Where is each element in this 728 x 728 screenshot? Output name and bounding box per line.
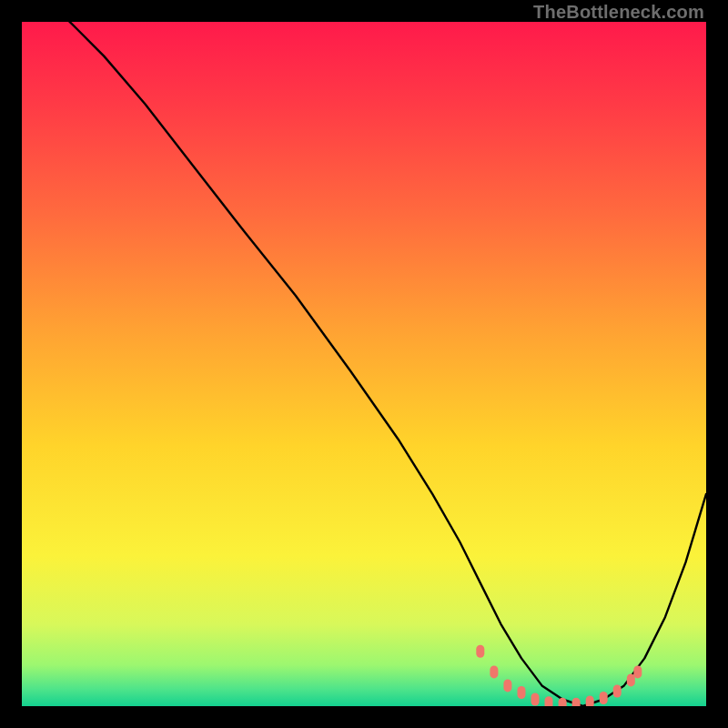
marker-10 — [613, 685, 622, 698]
marker-8 — [586, 696, 594, 707]
marker-6 — [559, 698, 567, 706]
marker-0 — [476, 645, 484, 658]
marker-7 — [572, 698, 581, 706]
marker-5 — [545, 696, 553, 706]
watermark-text: TheBottleneck.com — [533, 2, 704, 23]
marker-4 — [531, 693, 540, 706]
chart-svg — [22, 22, 706, 706]
marker-3 — [518, 686, 526, 699]
marker-12 — [633, 665, 642, 678]
marker-1 — [490, 665, 498, 678]
gradient-rect — [22, 22, 706, 706]
chart-frame — [22, 22, 706, 706]
marker-2 — [503, 679, 511, 692]
marker-11 — [627, 673, 635, 686]
marker-9 — [600, 692, 608, 704]
